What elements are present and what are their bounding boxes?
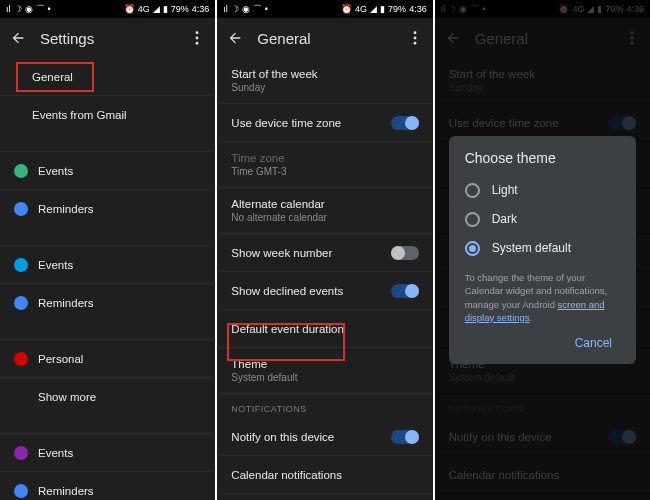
more-icon[interactable] [407,30,423,46]
screen-general: ıl☽◉⌒• ⏰4G◢▮79%4:36 General Start of the… [217,0,432,500]
color-dot-icon [14,446,28,460]
color-dot-icon [14,352,28,366]
row-reminders-1[interactable]: Reminders [0,190,215,228]
row-reminders-3[interactable]: Reminders [0,472,215,500]
theme-dialog: Choose theme Light Dark System default T… [449,136,636,364]
radio-label: Dark [492,212,517,226]
row-personal[interactable]: Personal [0,340,215,378]
svg-point-0 [196,31,199,34]
svg-point-2 [196,42,199,45]
radio-label: Light [492,183,518,197]
row-events-1[interactable]: Events [0,152,215,190]
row-show-more[interactable]: Show more [0,378,215,416]
back-icon[interactable] [10,30,26,46]
radio-dark[interactable]: Dark [465,205,620,234]
color-dot-icon [14,258,28,272]
row-declined[interactable]: Show declined events [217,272,432,310]
color-dot-icon [14,164,28,178]
page-title: General [257,30,392,47]
svg-point-3 [413,31,416,34]
page-title: Settings [40,30,175,47]
battery-icon: ▮ [163,5,168,14]
status-icon: ıl [6,5,11,14]
row-events-2[interactable]: Events [0,246,215,284]
row-default-duration[interactable]: Default event duration [217,310,432,348]
row-start-week[interactable]: Start of the weekSunday [217,58,432,104]
row-events-gmail[interactable]: Events from Gmail [0,96,215,134]
svg-point-1 [196,37,199,40]
dialog-note: To change the theme of your Calendar wid… [465,271,620,324]
status-bar: ıl ☽ ◉ ⌒ • ⏰ 4G ◢ ▮ 79% 4:36 [0,0,215,18]
row-notify-device[interactable]: Notify on this device [217,418,432,456]
back-icon[interactable] [227,30,243,46]
radio-icon [465,241,480,256]
toggle-device-tz[interactable] [391,116,419,130]
signal-bars-icon: ◢ [153,5,160,14]
screen-settings: ıl ☽ ◉ ⌒ • ⏰ 4G ◢ ▮ 79% 4:36 Settings [0,0,215,500]
app-bar: General [217,18,432,58]
status-icon: ⌒ [36,5,45,14]
screen-theme-dialog: ıl☽◉⌒• ⏰4G◢▮79%4:36 General Start of the… [435,0,650,500]
app-bar: Settings [0,18,215,58]
color-dot-icon [14,202,28,216]
color-dot-icon [14,484,28,498]
svg-point-4 [413,37,416,40]
row-theme[interactable]: ThemeSystem default [217,348,432,394]
footer-note: You can change default notifications by … [217,494,432,500]
clock-text: 4:36 [192,4,210,14]
radio-icon [465,212,480,227]
dialog-overlay[interactable]: Choose theme Light Dark System default T… [435,0,650,500]
battery-text: 79% [171,4,189,14]
row-events-3[interactable]: Events [0,434,215,472]
svg-point-5 [413,42,416,45]
color-dot-icon [14,296,28,310]
alarm-icon: ⏰ [124,5,135,14]
row-alt-calendar[interactable]: Alternate calendarNo alternate calendar [217,188,432,234]
row-device-tz[interactable]: Use device time zone [217,104,432,142]
row-calendar-notifications[interactable]: Calendar notifications [217,456,432,494]
radio-system-default[interactable]: System default [465,234,620,263]
status-bar: ıl☽◉⌒• ⏰4G◢▮79%4:36 [217,0,432,18]
row-general[interactable]: General [0,58,215,96]
dot-icon: • [48,5,51,14]
moon-icon: ☽ [14,5,22,14]
radio-light[interactable]: Light [465,176,620,205]
status-icon: ◉ [25,5,33,14]
section-notifications: NOTIFICATIONS [217,394,432,418]
toggle-declined[interactable] [391,284,419,298]
general-list: Start of the weekSunday Use device time … [217,58,432,500]
signal-icon: 4G [138,5,150,14]
more-icon[interactable] [189,30,205,46]
radio-icon [465,183,480,198]
row-timezone: Time zoneTime GMT-3 [217,142,432,188]
dialog-title: Choose theme [465,150,620,166]
toggle-week-number[interactable] [391,246,419,260]
toggle-notify-device[interactable] [391,430,419,444]
cancel-button[interactable]: Cancel [567,330,620,356]
row-week-number[interactable]: Show week number [217,234,432,272]
radio-label: System default [492,241,571,255]
row-reminders-2[interactable]: Reminders [0,284,215,322]
settings-list: General Events from Gmail Events Reminde… [0,58,215,500]
